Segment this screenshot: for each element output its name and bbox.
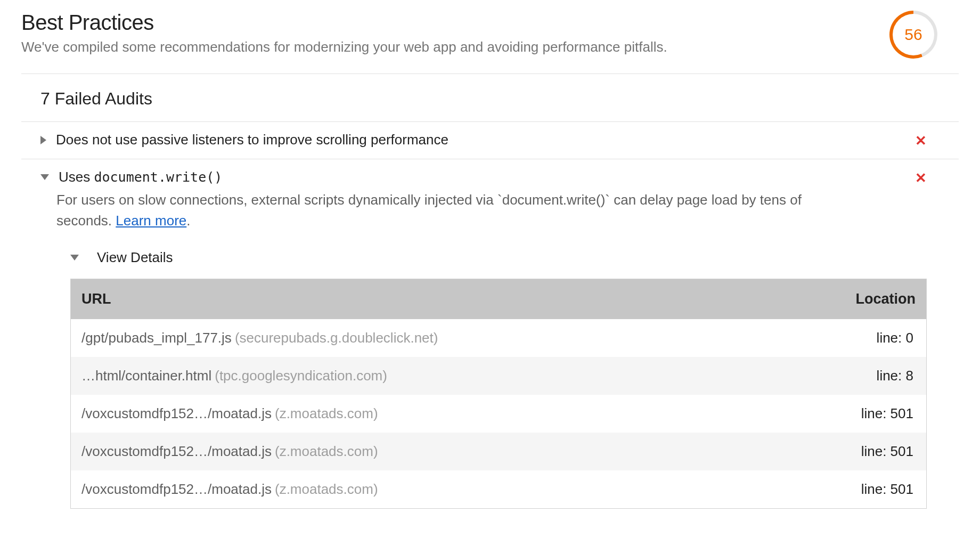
page-title: Best Practices [21, 11, 889, 35]
table-row: …html/container.html(tpc.googlesyndicati… [71, 357, 927, 395]
url-domain: (securepubads.g.doubleclick.net) [235, 330, 438, 346]
url-path: /gpt/pubads_impl_177.js [81, 330, 232, 346]
page-subtitle: We've compiled some recommendations for … [21, 38, 889, 56]
score-gauge: 56 [889, 11, 937, 59]
score-value: 56 [904, 26, 922, 44]
column-header-location: Location [775, 279, 927, 320]
chevron-right-icon [40, 136, 46, 144]
fail-icon: ✕ [915, 169, 927, 186]
table-row: /voxcustomdfp152…/moatad.js(z.moatads.co… [71, 470, 927, 509]
url-domain: (tpc.googlesyndication.com) [215, 368, 387, 384]
view-details-toggle[interactable]: View Details [70, 235, 927, 279]
view-details-label: View Details [97, 249, 173, 266]
url-location: line: 501 [775, 433, 927, 470]
table-row: /voxcustomdfp152…/moatad.js(z.moatads.co… [71, 433, 927, 470]
fail-icon: ✕ [915, 132, 927, 149]
audit-description: For users on slow connections, external … [40, 185, 813, 231]
chevron-down-icon [70, 255, 79, 261]
details-table: URL Location /gpt/pubads_impl_177.js(sec… [70, 279, 927, 509]
audit-title: Does not use passive listeners to improv… [56, 132, 448, 148]
url-path: /voxcustomdfp152…/moatad.js [81, 481, 272, 497]
url-path: /voxcustomdfp152…/moatad.js [81, 405, 272, 421]
table-row: /voxcustomdfp152…/moatad.js(z.moatads.co… [71, 395, 927, 433]
url-path: …html/container.html [81, 368, 211, 384]
url-domain: (z.moatads.com) [275, 481, 378, 497]
url-path: /voxcustomdfp152…/moatad.js [81, 443, 272, 459]
url-location: line: 501 [775, 470, 927, 509]
audit-row-document-write[interactable]: Uses document.write() For users on slow … [21, 159, 959, 235]
url-location: line: 501 [775, 395, 927, 433]
table-row: /gpt/pubads_impl_177.js(securepubads.g.d… [71, 319, 927, 357]
url-domain: (z.moatads.com) [275, 405, 378, 421]
url-location: line: 0 [775, 319, 927, 357]
score-gauge-inner: 56 [893, 14, 934, 55]
audit-row-passive-listeners[interactable]: Does not use passive listeners to improv… [21, 122, 959, 159]
chevron-down-icon [40, 174, 49, 180]
header: Best Practices We've compiled some recom… [21, 11, 959, 74]
details-section: View Details URL Location /gpt/pubads_im… [21, 235, 959, 509]
failed-audits-heading: 7 Failed Audits [21, 74, 959, 122]
url-location: line: 8 [775, 357, 927, 395]
header-text: Best Practices We've compiled some recom… [21, 11, 889, 56]
learn-more-link[interactable]: Learn more [116, 213, 186, 229]
url-domain: (z.moatads.com) [275, 443, 378, 459]
column-header-url: URL [71, 279, 775, 320]
audit-title: Uses document.write() [59, 169, 222, 185]
